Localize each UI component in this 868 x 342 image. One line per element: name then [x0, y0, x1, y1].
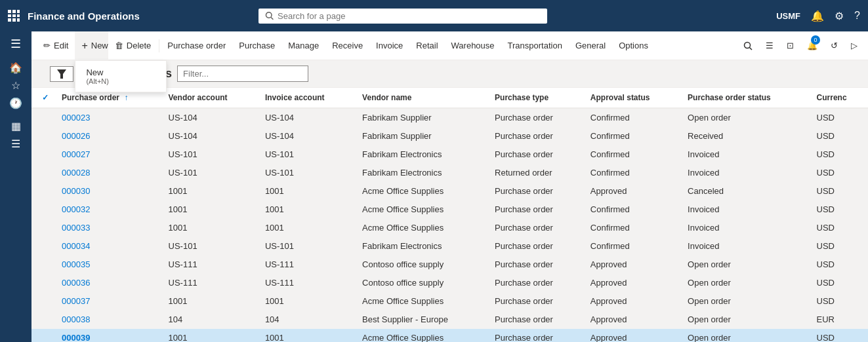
row-checkbox[interactable]	[31, 237, 55, 256]
col-vendor-account[interactable]: Vendor account	[162, 88, 258, 108]
row-checkbox[interactable]	[31, 182, 55, 200]
hamburger-button[interactable]: ☰	[10, 37, 21, 51]
recent-button[interactable]: 🕐	[9, 97, 22, 109]
po-link[interactable]: 000032	[62, 204, 90, 214]
row-id[interactable]: 000039	[55, 329, 162, 343]
transportation-menu[interactable]: Transportation	[501, 31, 569, 60]
po-link[interactable]: 000030	[62, 186, 90, 196]
col-po-status[interactable]: Purchase order status	[681, 88, 810, 108]
po-link[interactable]: 000027	[62, 149, 90, 159]
row-po-status: Invoiced	[681, 164, 810, 182]
row-checkbox[interactable]	[31, 164, 55, 182]
table-row[interactable]: 000023 US-104 US-104 Fabrikam Supplier P…	[31, 108, 868, 127]
purchase-order-menu[interactable]: Purchase order	[161, 31, 232, 60]
table-row[interactable]: 000027 US-101 US-101 Fabrikam Electronic…	[31, 145, 868, 164]
col-checkbox[interactable]: ✓	[31, 88, 55, 108]
row-checkbox[interactable]	[31, 219, 55, 237]
modules-button[interactable]: ☰	[11, 138, 20, 150]
row-checkbox[interactable]	[31, 256, 55, 274]
table-row[interactable]: 000035 US-111 US-111 Contoso office supp…	[31, 256, 868, 274]
svg-line-10	[271, 17, 273, 19]
po-link[interactable]: 000038	[62, 314, 90, 324]
edit-button[interactable]: ✏ Edit	[37, 31, 75, 60]
row-checkbox[interactable]	[31, 200, 55, 219]
row-currency: USD	[810, 200, 868, 219]
col-vendor-name[interactable]: Vendor name	[356, 88, 488, 108]
table-row[interactable]: 000026 US-104 US-104 Fabrikam Supplier P…	[31, 127, 868, 145]
delete-button[interactable]: 🗑 Delete	[108, 31, 158, 60]
row-checkbox[interactable]	[31, 145, 55, 164]
po-link[interactable]: 000039	[62, 333, 90, 342]
row-id[interactable]: 000038	[55, 311, 162, 329]
col-purchase-type[interactable]: Purchase type	[488, 88, 584, 108]
po-link[interactable]: 000034	[62, 241, 90, 251]
po-link[interactable]: 000037	[62, 296, 90, 306]
row-checkbox[interactable]	[31, 292, 55, 311]
svg-point-9	[266, 12, 272, 18]
row-checkbox[interactable]	[31, 329, 55, 343]
settings-button[interactable]: ⚙	[835, 10, 844, 22]
grid-menu-icon[interactable]	[8, 10, 20, 22]
row-approval-status: Confirmed	[584, 219, 681, 237]
table-row[interactable]: 000034 US-101 US-101 Fabrikam Electronic…	[31, 237, 868, 256]
po-link[interactable]: 000035	[62, 259, 90, 269]
row-id[interactable]: 000036	[55, 274, 162, 292]
row-checkbox[interactable]	[31, 311, 55, 329]
po-link[interactable]: 000036	[62, 278, 90, 288]
search-filter-button[interactable]	[738, 31, 758, 60]
row-id[interactable]: 000027	[55, 145, 162, 164]
retail-menu[interactable]: Retail	[409, 31, 444, 60]
options-menu[interactable]: Options	[612, 31, 655, 60]
table-row[interactable]: 000038 104 104 Best Supplier - Europe Pu…	[31, 311, 868, 329]
row-id[interactable]: 000034	[55, 237, 162, 256]
purchase-menu[interactable]: Purchase	[232, 31, 281, 60]
help-button[interactable]: ?	[854, 10, 860, 22]
refresh-button[interactable]: ↺	[825, 31, 843, 60]
search-input[interactable]	[278, 11, 541, 21]
po-link[interactable]: 000033	[62, 223, 90, 233]
row-id[interactable]: 000028	[55, 164, 162, 182]
favorites-button[interactable]: ☆	[11, 79, 20, 92]
table-row[interactable]: 000032 1001 1001 Acme Office Supplies Pu…	[31, 200, 868, 219]
table-row[interactable]: 000036 US-111 US-111 Contoso office supp…	[31, 274, 868, 292]
table-row[interactable]: 000028 US-101 US-101 Fabrikam Electronic…	[31, 164, 868, 182]
po-link[interactable]: 000026	[62, 131, 90, 141]
table-row[interactable]: 000037 1001 1001 Acme Office Supplies Pu…	[31, 292, 868, 311]
row-id[interactable]: 000033	[55, 219, 162, 237]
row-id[interactable]: 000035	[55, 256, 162, 274]
personalize-button[interactable]: ☰	[760, 31, 779, 60]
filter-button[interactable]	[50, 66, 73, 82]
global-search[interactable]	[258, 9, 547, 24]
table-row[interactable]: 000039 1001 1001 Acme Office Supplies Pu…	[31, 329, 868, 343]
workspaces-button[interactable]: ▦	[11, 120, 21, 132]
badge-button[interactable]: 🔔 0	[802, 31, 823, 60]
row-checkbox[interactable]	[31, 108, 55, 127]
col-currency[interactable]: Currenc	[810, 88, 868, 108]
invoice-menu[interactable]: Invoice	[369, 31, 409, 60]
filter-input[interactable]	[177, 66, 308, 82]
table-row[interactable]: 000033 1001 1001 Acme Office Supplies Pu…	[31, 219, 868, 237]
notifications-button[interactable]: 🔔	[811, 10, 824, 22]
home-button[interactable]: 🏠	[9, 62, 22, 74]
fullscreen-button[interactable]: ⊡	[781, 31, 799, 60]
col-invoice-account[interactable]: Invoice account	[258, 88, 356, 108]
row-purchase-type: Purchase order	[488, 274, 584, 292]
row-id[interactable]: 000023	[55, 108, 162, 127]
new-button[interactable]: + New	[75, 31, 108, 60]
row-checkbox[interactable]	[31, 274, 55, 292]
col-approval-status[interactable]: Approval status	[584, 88, 681, 108]
general-menu[interactable]: General	[569, 31, 612, 60]
row-id[interactable]: 000026	[55, 127, 162, 145]
manage-menu[interactable]: Manage	[281, 31, 325, 60]
po-link[interactable]: 000023	[62, 113, 90, 123]
row-id[interactable]: 000030	[55, 182, 162, 200]
row-id[interactable]: 000032	[55, 200, 162, 219]
row-checkbox[interactable]	[31, 127, 55, 145]
table-row[interactable]: 000030 1001 1001 Acme Office Supplies Pu…	[31, 182, 868, 200]
po-link[interactable]: 000028	[62, 168, 90, 178]
row-id[interactable]: 000037	[55, 292, 162, 311]
new-dropdown-item[interactable]: New (Alt+N)	[75, 64, 166, 89]
warehouse-menu[interactable]: Warehouse	[445, 31, 501, 60]
more-button[interactable]: ▷	[846, 31, 863, 60]
receive-menu[interactable]: Receive	[325, 31, 369, 60]
